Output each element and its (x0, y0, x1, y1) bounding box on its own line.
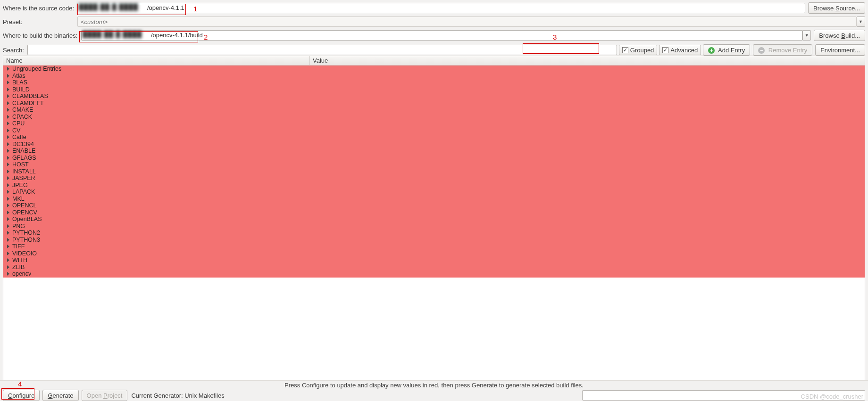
group-row[interactable]: ZLIB (3, 264, 865, 271)
preset-dropdown[interactable] (77, 16, 857, 27)
group-row[interactable]: ENABLE (3, 147, 865, 155)
expand-triangle-icon (7, 211, 9, 214)
group-row[interactable]: VIDEOIO (3, 250, 865, 257)
current-generator-label: Current Generator: Unix Makefiles (131, 392, 224, 399)
expand-triangle-icon (7, 252, 9, 255)
browse-build-button[interactable]: Browse Build... (814, 30, 865, 41)
add-entry-button[interactable]: + Add Entry (703, 44, 750, 56)
group-row[interactable]: MKL (3, 196, 865, 203)
group-row[interactable]: JASPER (3, 175, 865, 182)
group-row[interactable]: OPENCV (3, 209, 865, 216)
group-row[interactable]: Atlas (3, 73, 865, 80)
group-row[interactable]: CV (3, 127, 865, 134)
expand-triangle-icon (7, 197, 9, 201)
expand-triangle-icon (7, 67, 9, 71)
group-label: ENABLE (12, 147, 35, 154)
group-label: opencv (12, 270, 31, 277)
group-label: CMAKE (12, 106, 33, 113)
group-row[interactable]: GFLAGS (3, 155, 865, 162)
group-label: CLAMDFFT (12, 100, 44, 106)
preset-label: Preset: (3, 18, 77, 25)
group-row[interactable]: HOST (3, 161, 865, 168)
source-path-input[interactable] (77, 3, 805, 13)
group-row[interactable]: LAPACK (3, 188, 865, 196)
group-label: CPACK (12, 114, 32, 120)
footer-message: Press Configure to update and display ne… (0, 381, 868, 389)
group-row[interactable]: DC1394 (3, 141, 865, 148)
search-label: Search: (3, 47, 27, 54)
configure-button[interactable]: Configure (3, 390, 40, 401)
expand-triangle-icon (7, 238, 9, 242)
browse-source-button[interactable]: Browse Source... (808, 2, 865, 14)
generate-button[interactable]: Generate (42, 390, 78, 401)
advanced-label: Advanced (670, 47, 698, 54)
group-row[interactable]: BLAS (3, 79, 865, 86)
group-label: INSTALL (12, 168, 36, 175)
grouped-checkbox[interactable]: ✓ Grouped (619, 45, 658, 55)
group-label: ZLIB (12, 264, 25, 270)
group-row[interactable]: PYTHON3 (3, 237, 865, 244)
group-row[interactable]: PYTHON2 (3, 229, 865, 237)
group-label: PYTHON3 (12, 237, 40, 243)
group-row[interactable]: TIFF (3, 243, 865, 250)
expand-triangle-icon (7, 142, 9, 146)
table-body[interactable]: Ungrouped EntriesAtlasBLASBUILDCLAMDBLAS… (3, 65, 865, 380)
group-label: JASPER (12, 175, 35, 181)
expand-triangle-icon (7, 156, 9, 160)
expand-triangle-icon (7, 231, 9, 235)
group-row[interactable]: OPENCL (3, 202, 865, 209)
group-row[interactable]: INSTALL (3, 168, 865, 175)
group-label: PYTHON2 (12, 229, 40, 236)
group-row[interactable]: CMAKE (3, 106, 865, 114)
preset-dropdown-arrow[interactable]: ▼ (857, 16, 865, 27)
group-label: PNG (12, 223, 25, 229)
group-row[interactable]: OpenBLAS (3, 216, 865, 223)
expand-triangle-icon (7, 149, 9, 153)
group-label: DC1394 (12, 141, 34, 147)
group-label: Ungrouped Entries (12, 65, 61, 72)
advanced-checkbox[interactable]: ✓ Advanced (659, 45, 701, 55)
group-label: CLAMDBLAS (12, 93, 48, 99)
column-header-value[interactable]: Value (310, 56, 865, 65)
group-label: BLAS (12, 79, 27, 86)
group-label: LAPACK (12, 188, 35, 195)
expand-triangle-icon (7, 170, 9, 173)
group-row[interactable]: CPACK (3, 114, 865, 121)
expand-triangle-icon (7, 272, 9, 276)
expand-triangle-icon (7, 81, 9, 84)
group-row[interactable]: PNG (3, 223, 865, 230)
expand-triangle-icon (7, 163, 9, 166)
expand-triangle-icon (7, 115, 9, 119)
environment-button[interactable]: Environment... (815, 44, 865, 56)
group-label: VIDEOIO (12, 250, 37, 257)
group-row[interactable]: CPU (3, 120, 865, 127)
group-row[interactable]: CLAMDFFT (3, 100, 865, 107)
group-row[interactable]: CLAMDBLAS (3, 93, 865, 100)
search-input[interactable] (27, 45, 617, 55)
expand-triangle-icon (7, 204, 9, 207)
group-row[interactable]: Ungrouped Entries (3, 65, 865, 73)
build-path-input[interactable] (81, 30, 802, 41)
footer-output-input[interactable] (582, 390, 865, 401)
expand-triangle-icon (7, 176, 9, 180)
group-row[interactable]: BUILD (3, 86, 865, 93)
group-row[interactable]: JPEG (3, 182, 865, 189)
remove-entry-button: − Remove Entry (753, 44, 812, 56)
column-header-name[interactable]: Name (3, 56, 310, 65)
group-label: JPEG (12, 182, 28, 188)
group-row[interactable]: Caffe (3, 134, 865, 141)
open-project-button: Open Project (82, 390, 128, 401)
expand-triangle-icon (7, 74, 9, 78)
group-label: WITH (12, 257, 27, 263)
group-label: OpenBLAS (12, 216, 42, 222)
check-icon: ✓ (662, 47, 668, 53)
expand-triangle-icon (7, 94, 9, 98)
group-label: OPENCL (12, 202, 36, 209)
group-row[interactable]: WITH (3, 257, 865, 264)
expand-triangle-icon (7, 245, 9, 248)
build-label: Where to build the binaries: (3, 32, 81, 39)
expand-triangle-icon (7, 135, 9, 139)
build-path-dropdown-arrow[interactable]: ▼ (802, 30, 811, 41)
group-row[interactable]: opencv (3, 270, 865, 278)
plus-icon: + (708, 47, 715, 54)
